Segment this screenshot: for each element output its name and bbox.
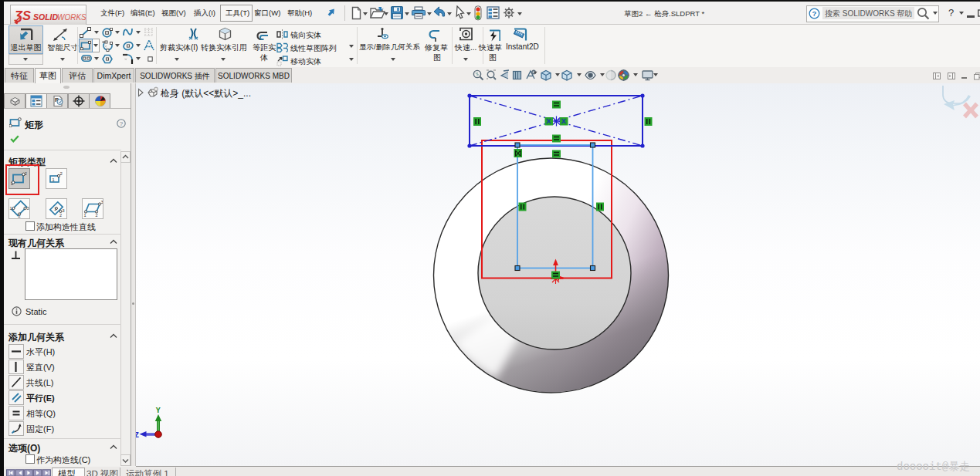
svg-text:Z: Z	[136, 431, 139, 440]
svg-text:3: 3	[101, 200, 103, 204]
svg-text:1: 1	[11, 181, 13, 186]
svg-text:2: 2	[96, 213, 98, 218]
svg-text:2: 2	[60, 171, 63, 176]
svg-text:1: 1	[53, 177, 55, 182]
svg-text:1: 1	[84, 213, 86, 218]
svg-text:3: 3	[63, 208, 65, 213]
svg-text:?: ?	[812, 9, 817, 18]
svg-text:1: 1	[54, 207, 56, 211]
svg-text:SOLID: SOLID	[33, 12, 59, 22]
svg-text:?: ?	[120, 120, 124, 127]
svg-text:WORKS: WORKS	[57, 13, 86, 22]
svg-text:2: 2	[59, 213, 62, 218]
svg-text:2: 2	[25, 172, 27, 176]
svg-text:2: 2	[19, 214, 21, 218]
svg-text:3: 3	[27, 206, 29, 211]
svg-text:Y: Y	[156, 407, 161, 415]
svg-text:1: 1	[10, 206, 12, 211]
